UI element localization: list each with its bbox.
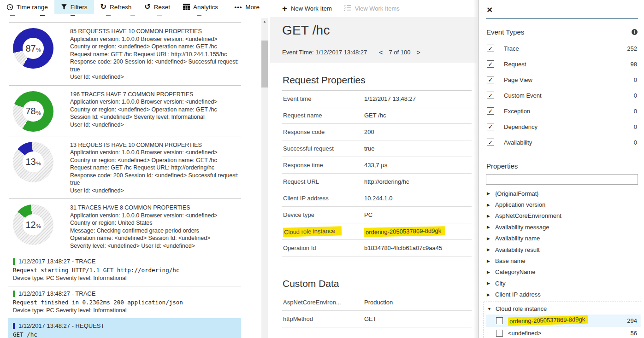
log-entry[interactable]: 1/12/2017 13:48:27 - TRACE Request start… [8,254,241,286]
property-value: Production [364,299,393,306]
property-value-row[interactable]: <undefined> 56 [486,327,641,338]
property-filter-item[interactable]: ▶ Application version [486,199,638,210]
property-value: 200 [364,128,374,135]
log-message: Request finished in 0.2362ms 200 applica… [13,298,241,306]
property-row: Operation Id b1834780-4fcfb61a07c9aa45 [282,240,472,256]
insight-title: 196 TRACES HAVE 7 COMMON PROPERTIES [70,91,241,99]
insight-title: 85 REQUESTS HAVE 10 COMMON PROPERTIES [70,28,241,35]
donut-percent: 87 [25,43,35,54]
event-type-count: 0 [634,92,638,99]
checkbox[interactable] [496,317,503,324]
property-filter-item[interactable]: ▶ Availability name [486,233,638,244]
donut-percent: 13 [25,157,35,167]
scroll-up-icon[interactable]: ▲ [261,18,268,25]
checkbox[interactable]: ✓ [487,123,494,130]
property-filter-label: City [495,280,505,287]
event-type-row[interactable]: ✓ Exception 0 [486,103,638,119]
close-icon[interactable]: × [487,5,496,14]
log-timestamp: 1/12/2017 13:48:27 - TRACE [18,257,95,265]
more-button[interactable]: ••• More [228,0,269,14]
log-detail: Device type: PC Severity level: Informat… [13,307,241,315]
left-scrollbar[interactable]: ▲ [261,18,268,338]
checkbox[interactable]: ✓ [487,60,494,68]
view-work-items-button[interactable]: View Work Items [344,5,400,12]
reset-label: Reset [154,4,170,11]
timeline-tick [106,15,111,16]
chevron-right-icon: ▶ [486,270,495,274]
reset-button[interactable]: ↺ Reset [138,0,177,14]
property-row: Response code 200 [282,124,472,140]
property-row: Request name GET /hc [282,107,472,124]
timeline-tick [197,15,201,16]
property-value: 1/12/2017 13:48:27 [364,95,416,102]
property-value-row[interactable]: ordering-2050537869-8d9gk 294 [486,315,641,327]
checkbox[interactable]: ✓ [487,76,494,83]
app-root: Time range Filters ↻ Refresh ↺ Reset A [0,0,644,338]
scrollbar-thumb[interactable] [261,41,268,87]
log-message: GET /hc [13,331,241,338]
expanded-property-group: ▼ Cloud role instance ordering-205053786… [484,302,641,338]
property-filter-item[interactable]: ▼ Cloud role instance [486,303,641,315]
insight-card[interactable]: 13% 13 REQUESTS HAVE 10 COMMON PROPERTIE… [9,136,241,199]
event-type-count: 0 [634,139,638,146]
property-filter-item[interactable]: ▶ Availability result [486,244,638,255]
time-range-label: Time range [17,4,48,11]
checkbox[interactable] [496,330,503,337]
chevron-left-icon[interactable]: < [379,49,383,56]
property-row: Response time 433,7 μs [282,157,472,174]
time-range-button[interactable]: Time range [0,0,54,14]
property-value-count: 294 [627,317,641,324]
property-label: Request URL [282,178,364,185]
detail-section: Request Properties Event time 1/12/2017 … [282,72,472,256]
refresh-button[interactable]: ↻ Refresh [94,0,138,14]
event-type-count: 0 [634,76,638,83]
checkbox[interactable]: ✓ [487,92,494,99]
property-row: AspNetCoreEnviron... Production [282,294,472,311]
event-type-label: Dependency [504,123,538,130]
section-heading: Request Properties [282,72,472,91]
property-filter-label: {OriginalFormat} [495,190,539,197]
properties-search-input[interactable] [486,174,638,185]
checkbox[interactable]: ✓ [487,139,494,146]
insight-card[interactable]: 78% 196 TRACES HAVE 7 COMMON PROPERTIES … [9,85,241,136]
property-label: Successful request [282,145,364,152]
panel-divider [486,18,638,19]
event-type-row[interactable]: ✓ Dependency 0 [486,119,638,134]
property-filter-item[interactable]: ▶ City [486,278,638,289]
log-entry[interactable]: 1/12/2017 13:48:27 - TRACE Request finis… [8,286,241,318]
chevron-right-icon: ▼ [486,307,496,311]
event-type-row[interactable]: ✓ Custom Event 0 [486,87,638,103]
analytics-button[interactable]: Analytics [177,0,225,14]
event-type-row[interactable]: ✓ Page View 0 [486,72,638,87]
property-filter-item[interactable]: ▶ AspNetCoreEnvironment [486,210,638,221]
timeline-tick [71,15,75,16]
property-filter-item[interactable]: ▶ Base name [486,255,638,266]
donut-percent: 12 [25,220,35,230]
chevron-right-icon: ▶ [486,191,495,196]
filters-button[interactable]: Filters [54,0,94,14]
property-filter-item[interactable]: ▶ {OriginalFormat} [486,188,638,199]
search-results-panel: Time range Filters ↻ Refresh ↺ Reset A [0,0,269,338]
info-icon[interactable]: i [632,29,638,35]
property-value: 433,7 μs [364,162,387,169]
property-label: Cloud role instance [282,227,364,236]
donut-chart: 87% [13,28,53,69]
property-value-count: 56 [631,330,641,337]
property-filter-label: Application version [495,201,545,208]
refresh-label: Refresh [110,4,131,11]
chevron-right-icon[interactable]: > [417,49,420,56]
clock-icon [6,4,13,11]
event-type-row[interactable]: ✓ Trace 252 [486,41,638,56]
log-timestamp: 1/12/2017 13:48:27 - TRACE [18,290,95,297]
checkbox[interactable]: ✓ [487,107,494,115]
checkbox[interactable]: ✓ [487,45,494,52]
property-filter-item[interactable]: ▶ Client IP address [486,289,638,300]
insight-card[interactable]: 87% 85 REQUESTS HAVE 10 COMMON PROPERTIE… [9,22,241,85]
property-filter-item[interactable]: ▶ Availability message [486,221,638,233]
event-type-row[interactable]: ✓ Availability 0 [486,134,638,150]
new-work-item-button[interactable]: + New Work Item [282,4,332,13]
event-type-row[interactable]: ✓ Request 98 [486,56,638,72]
insight-card[interactable]: 12% 31 TRACES HAVE 8 COMMON PROPERTIES A… [9,198,241,254]
log-entry[interactable]: 1/12/2017 13:48:27 - REQUEST GET /hc Req… [8,318,241,338]
property-filter-item[interactable]: ▶ CategoryName [486,267,638,278]
